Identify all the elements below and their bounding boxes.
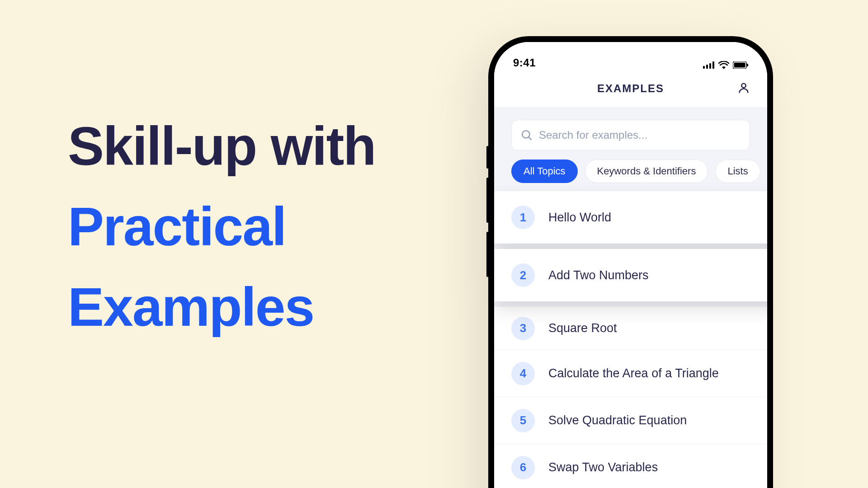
- item-number: 3: [511, 317, 535, 340]
- list-item[interactable]: 4 Calculate the Area of a Triangle: [494, 350, 767, 397]
- phone-mock: 9:41 EXAMPLES All T: [488, 36, 773, 488]
- item-number: 1: [511, 206, 535, 229]
- svg-rect-6: [747, 64, 748, 66]
- filter-chip-lists[interactable]: Lists: [715, 160, 760, 183]
- cellular-icon: [703, 61, 715, 69]
- list-item[interactable]: 2 Add Two Numbers: [494, 249, 767, 301]
- battery-icon: [733, 61, 748, 69]
- list-item[interactable]: 3 Square Root: [494, 307, 767, 350]
- hero-line-3: Examples: [68, 278, 429, 335]
- list-item[interactable]: 5 Solve Quadratic Equation: [494, 397, 767, 444]
- status-time: 9:41: [513, 56, 536, 69]
- list-item[interactable]: 6 Swap Two Variables: [494, 444, 767, 488]
- item-title: Solve Quadratic Equation: [548, 413, 687, 427]
- item-number: 6: [511, 456, 535, 479]
- hero-text: Skill-up with Practical Examples: [68, 117, 429, 359]
- item-number: 2: [511, 263, 535, 287]
- item-title: Add Two Numbers: [548, 268, 649, 282]
- search-input[interactable]: [539, 129, 741, 141]
- item-title: Swap Two Variables: [548, 460, 658, 474]
- item-title: Calculate the Area of a Triangle: [548, 366, 719, 380]
- item-title: Hello World: [548, 211, 611, 225]
- svg-rect-0: [703, 66, 705, 69]
- hero-line-1: Skill-up with: [68, 117, 429, 174]
- search-icon: [521, 129, 533, 141]
- filter-chip-keywords[interactable]: Keywords & Identifiers: [585, 160, 708, 183]
- svg-rect-1: [706, 65, 708, 69]
- page-title: EXAMPLES: [597, 82, 664, 95]
- status-bar: 9:41: [494, 42, 767, 69]
- phone-side-button: [486, 146, 489, 169]
- profile-button[interactable]: [737, 81, 750, 96]
- search-box[interactable]: [511, 120, 750, 150]
- app-header: EXAMPLES: [494, 69, 767, 108]
- svg-rect-3: [712, 61, 714, 69]
- hero-line-2: Practical: [68, 198, 429, 255]
- list-item[interactable]: 1 Hello World: [494, 191, 767, 244]
- item-number: 5: [511, 409, 535, 432]
- svg-rect-2: [709, 63, 711, 69]
- phone-side-button: [486, 178, 489, 223]
- filter-chip-all-topics[interactable]: All Topics: [511, 160, 578, 183]
- wifi-icon: [718, 61, 729, 69]
- examples-list: 1 Hello World 2 Add Two Numbers 3 Square…: [494, 191, 767, 488]
- item-number: 4: [511, 362, 535, 385]
- phone-side-button: [486, 232, 489, 277]
- svg-point-7: [741, 83, 745, 87]
- item-title: Square Root: [548, 321, 617, 335]
- svg-line-9: [528, 137, 531, 139]
- search-area: [494, 108, 767, 157]
- filter-chips[interactable]: All Topics Keywords & Identifiers Lists …: [494, 157, 767, 191]
- user-icon: [737, 81, 750, 94]
- svg-rect-5: [734, 63, 745, 68]
